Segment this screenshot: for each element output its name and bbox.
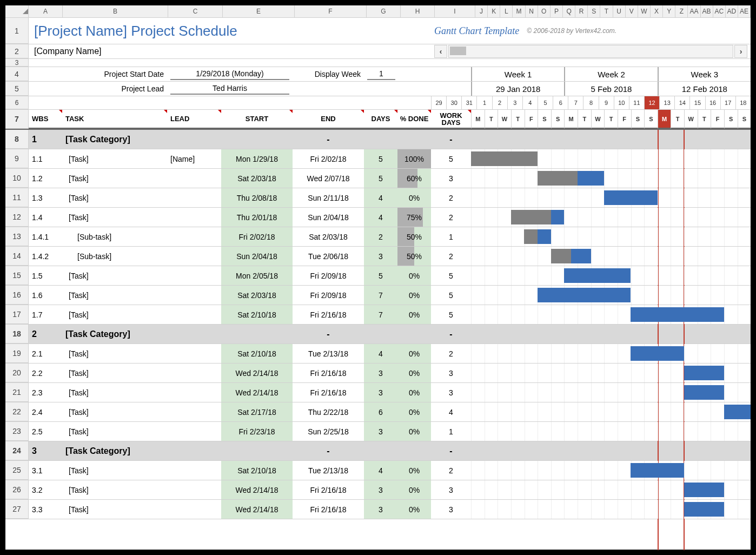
workdays-cell[interactable]: 1 <box>431 422 471 441</box>
col-header[interactable]: X <box>651 5 663 17</box>
lead-cell[interactable] <box>167 480 221 499</box>
gantt-bar[interactable] <box>724 405 751 419</box>
row-header[interactable]: 18 <box>5 325 29 343</box>
row-header[interactable]: 26 <box>5 480 29 499</box>
col-header[interactable]: AC <box>713 5 726 17</box>
col-header[interactable]: P <box>551 5 563 17</box>
wbs-cell[interactable]: 1.4.1 <box>29 227 62 246</box>
wbs-cell[interactable]: 3.2 <box>29 480 62 499</box>
lead-cell[interactable] <box>167 227 221 246</box>
hdr-pct[interactable]: % DONE <box>397 110 431 129</box>
days-cell[interactable]: 6 <box>364 402 397 421</box>
col-header[interactable]: U <box>613 5 626 17</box>
end-date-cell[interactable]: Thu 2/22/18 <box>293 402 364 421</box>
pct-done-cell[interactable]: 0% <box>397 344 431 363</box>
days-cell[interactable]: 3 <box>364 480 397 499</box>
task-name-cell[interactable]: [Task] <box>62 383 167 402</box>
col-header[interactable]: F <box>295 5 367 17</box>
col-header[interactable]: A <box>29 5 63 17</box>
lead-cell[interactable] <box>167 461 221 480</box>
days-cell[interactable]: 2 <box>364 227 397 246</box>
start-date-cell[interactable]: Sat 2/10/18 <box>221 461 293 480</box>
start-date-cell[interactable]: Thu 2/01/18 <box>221 208 293 227</box>
row-header[interactable]: 27 <box>5 500 29 519</box>
gantt-bar[interactable] <box>631 346 684 361</box>
row-header[interactable]: 3 <box>5 59 29 67</box>
row-header[interactable]: 25 <box>5 461 29 480</box>
wbs-cell[interactable]: 1.6 <box>29 286 62 305</box>
task-name-cell[interactable]: [Task] <box>62 149 167 168</box>
workdays-cell[interactable]: 5 <box>431 266 471 285</box>
task-name-cell[interactable]: [Sub-task] <box>62 247 167 266</box>
row-header[interactable]: 12 <box>5 208 29 227</box>
row-header[interactable]: 16 <box>5 286 29 305</box>
col-header[interactable]: C <box>168 5 223 17</box>
col-header[interactable]: K <box>488 5 500 17</box>
start-date-cell[interactable]: Wed 2/14/18 <box>221 480 293 499</box>
end-date-cell[interactable]: Fri 2/16/18 <box>293 383 364 402</box>
workdays-cell[interactable]: 2 <box>431 344 471 363</box>
pct-done-cell[interactable]: 50% <box>397 227 431 246</box>
select-all-corner[interactable] <box>5 5 29 17</box>
start-date-cell[interactable]: Sat 2/17/18 <box>221 402 293 421</box>
row-header[interactable]: 17 <box>5 305 29 324</box>
lead-cell[interactable] <box>167 266 221 285</box>
lead-cell[interactable] <box>167 500 221 519</box>
workdays-cell[interactable]: 2 <box>431 247 471 266</box>
col-header[interactable]: T <box>600 5 613 17</box>
pct-done-cell[interactable]: 0% <box>397 266 431 285</box>
row-header[interactable]: 5 <box>5 82 29 96</box>
end-date-cell[interactable]: Wed 2/07/18 <box>293 169 364 188</box>
col-header[interactable]: R <box>575 5 588 17</box>
workdays-cell[interactable]: 3 <box>431 364 471 382</box>
workdays-cell[interactable]: 1 <box>431 227 471 246</box>
days-cell[interactable]: 4 <box>364 461 397 480</box>
end-date-cell[interactable]: Fri 2/09/18 <box>293 286 364 305</box>
gantt-bar[interactable] <box>684 366 724 380</box>
start-date-cell[interactable]: Wed 2/14/18 <box>221 500 293 519</box>
scroll-left-button[interactable]: ‹ <box>434 45 447 58</box>
hdr-task[interactable]: TASK <box>62 110 167 129</box>
col-header[interactable]: Q <box>563 5 575 17</box>
wbs-cell[interactable]: 1.4.2 <box>29 247 62 266</box>
end-date-cell[interactable]: Fri 2/02/18 <box>293 149 364 168</box>
wbs-cell[interactable]: 1.2 <box>29 169 62 188</box>
days-cell[interactable]: 3 <box>364 383 397 402</box>
end-date-cell[interactable]: Fri 2/16/18 <box>293 500 364 519</box>
workdays-cell[interactable]: 2 <box>431 188 471 207</box>
task-name-cell[interactable]: [Task] <box>62 402 167 421</box>
lead-cell[interactable] <box>167 305 221 324</box>
pct-done-cell[interactable]: 0% <box>397 383 431 402</box>
workdays-cell[interactable]: - <box>431 325 471 343</box>
scroll-track[interactable] <box>448 45 733 58</box>
start-date-cell[interactable]: Sun 2/04/18 <box>221 247 293 266</box>
col-header[interactable]: AB <box>701 5 713 17</box>
start-date-cell[interactable]: Wed 2/14/18 <box>221 383 293 402</box>
workdays-cell[interactable]: 2 <box>431 208 471 227</box>
hdr-start[interactable]: START <box>221 110 293 129</box>
row-header[interactable]: 1 <box>5 18 29 44</box>
col-header[interactable]: I <box>435 5 475 17</box>
end-date-cell[interactable]: Sat 2/03/18 <box>293 227 364 246</box>
workdays-cell[interactable]: 2 <box>431 461 471 480</box>
workdays-cell[interactable]: 3 <box>431 169 471 188</box>
col-header[interactable]: E <box>223 5 295 17</box>
task-category-cell[interactable]: [Task Category] <box>62 441 167 460</box>
task-name-cell[interactable]: [Task] <box>62 364 167 382</box>
pct-done-cell[interactable]: 75% <box>397 208 431 227</box>
end-date-cell[interactable]: Fri 2/09/18 <box>293 266 364 285</box>
lead-cell[interactable] <box>167 286 221 305</box>
days-cell[interactable]: 5 <box>364 149 397 168</box>
row-header[interactable]: 4 <box>5 67 29 81</box>
gantt-bar[interactable] <box>524 229 551 244</box>
start-date-cell[interactable]: Mon 1/29/18 <box>221 149 293 168</box>
start-date-cell[interactable]: Sat 2/10/18 <box>221 305 293 324</box>
gantt-bar[interactable] <box>564 268 631 283</box>
end-date-cell[interactable]: Tue 2/13/18 <box>293 461 364 480</box>
lead-cell[interactable] <box>167 169 221 188</box>
start-date-cell[interactable]: Sat 2/03/18 <box>221 169 293 188</box>
hdr-wbs[interactable]: WBS <box>29 110 62 129</box>
task-name-cell[interactable]: [Task] <box>62 169 167 188</box>
pct-done-cell[interactable]: 0% <box>397 480 431 499</box>
lead-cell[interactable] <box>167 402 221 421</box>
